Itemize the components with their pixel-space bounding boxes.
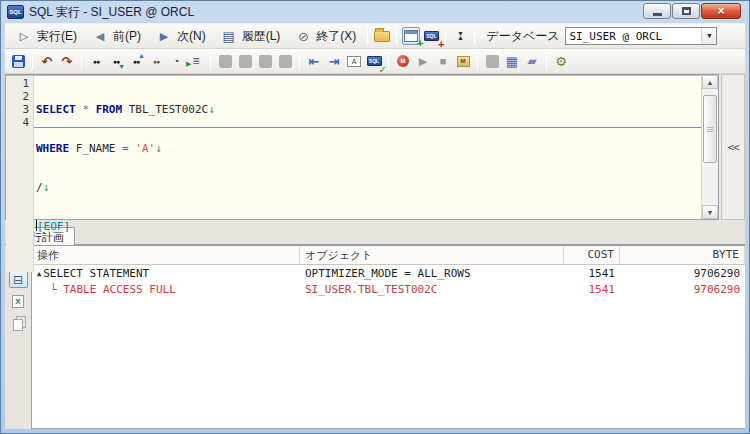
disabled-button xyxy=(276,52,294,70)
title-bar[interactable]: SQL SQL 実行 - SI_USER @ ORCL × xyxy=(5,1,745,23)
save-icon xyxy=(12,55,25,68)
chevron-down-icon[interactable]: ▼ xyxy=(701,28,716,44)
find-button[interactable]: ●● xyxy=(87,52,105,70)
close-button[interactable]: × xyxy=(701,3,741,19)
code-line: /↓ xyxy=(36,181,701,194)
open-file-button[interactable] xyxy=(373,27,391,45)
scrollbar-thumb[interactable] xyxy=(703,95,717,163)
separator xyxy=(32,53,33,70)
redo-button[interactable]: ↷ xyxy=(58,52,76,70)
current-line-indicator xyxy=(34,127,701,128)
edit-toolbar: ↶ ↷ ●● ●●▼ ●●▲ ●● ◔ ≡▶ ⇤ ⇥ A SQL ✓ M ▶ ■… xyxy=(5,49,745,74)
previous-button[interactable]: ◀ 前(P) xyxy=(85,25,147,47)
execution-plan-panel: ▦ ⊟ X 操作 オブジェクト COST BYTE ▲SELECT STATEM… xyxy=(5,245,745,429)
next-label: 次(N) xyxy=(177,28,206,45)
next-icon: ▶ xyxy=(155,27,173,45)
outdent-button[interactable]: ⇤ xyxy=(305,52,323,70)
macro-record-button[interactable]: M xyxy=(394,52,412,70)
disabled-icon xyxy=(239,55,252,68)
export-excel-button[interactable]: X xyxy=(9,293,28,310)
binoculars-icon: ●● xyxy=(153,58,159,65)
collapse-results-button[interactable]: ▼▲ xyxy=(451,27,469,45)
format-sql-button[interactable]: SQL ✓ xyxy=(365,52,383,70)
separator xyxy=(81,53,82,70)
macro-manage-icon: M xyxy=(457,56,470,67)
database-label: データベース xyxy=(486,28,559,45)
next-button[interactable]: ▶ 次(N) xyxy=(149,25,212,47)
macro-manage-button[interactable]: M xyxy=(454,52,472,70)
find-option-icon: ◔ xyxy=(173,55,180,67)
tree-branch-icon: └ xyxy=(50,283,57,296)
execute-icon: ▷ xyxy=(15,27,33,45)
copy-button[interactable] xyxy=(9,315,28,332)
report-icon: ▰ xyxy=(527,54,536,68)
disabled-button xyxy=(256,52,274,70)
cost-value: 1541 xyxy=(564,281,620,297)
previous-icon: ◀ xyxy=(91,27,109,45)
database-select[interactable]: SI_USER @ ORCL ▼ xyxy=(565,27,717,45)
history-label: 履歴(L) xyxy=(242,28,281,45)
plan-row[interactable]: └ TABLE ACCESS FULL SI_USER.TBL_TEST002C… xyxy=(32,281,745,297)
separator xyxy=(210,53,211,70)
app-icon: SQL xyxy=(7,5,24,19)
sql-badge-icon: SQL xyxy=(424,31,439,41)
macro-stop-icon: ■ xyxy=(440,55,447,67)
redo-icon: ↷ xyxy=(62,54,73,69)
binoculars-icon: ●● xyxy=(93,58,99,65)
goto-line-icon: ≡ xyxy=(192,54,199,68)
plan-table: 操作 オブジェクト COST BYTE ▲SELECT STATEMENT OP… xyxy=(31,245,745,429)
line-number: 2 xyxy=(6,90,29,103)
disabled-icon xyxy=(279,55,292,68)
code-line: WHERE F_NAME = 'A'↓ xyxy=(36,142,701,155)
find-previous-button[interactable]: ●●▲ xyxy=(127,52,145,70)
options-button[interactable]: ⚙ xyxy=(552,52,570,70)
quit-button[interactable]: ⊘ 終了(X) xyxy=(288,25,362,47)
report-button[interactable]: ▰ xyxy=(523,52,541,70)
maximize-button[interactable] xyxy=(672,3,700,19)
history-button[interactable]: ▤ 履歴(L) xyxy=(214,25,287,47)
scroll-down-button[interactable]: ▼ xyxy=(702,205,718,219)
maximize-icon xyxy=(682,7,691,15)
scroll-up-button[interactable]: ▲ xyxy=(702,75,718,89)
separator xyxy=(367,28,368,45)
add-sql-button[interactable]: SQL + xyxy=(422,27,440,45)
goto-line-button[interactable]: ≡▶ xyxy=(187,52,205,70)
line-number: 4 xyxy=(6,116,29,129)
special-char-icon: A xyxy=(347,56,361,67)
disabled-button xyxy=(483,52,501,70)
sql-execution-window: SQL SQL 実行 - SI_USER @ ORCL × ▷ 実行(E) ◀ … xyxy=(0,0,750,434)
byte-value: 9706290 xyxy=(620,281,745,297)
history-icon: ▤ xyxy=(220,27,238,45)
open-folder-icon xyxy=(374,31,390,42)
result-grid-button[interactable]: ▦ xyxy=(503,52,521,70)
special-char-button[interactable]: A xyxy=(345,52,363,70)
indent-button[interactable]: ⇥ xyxy=(325,52,343,70)
save-button[interactable] xyxy=(9,52,27,70)
macro-record-icon: M xyxy=(397,55,409,67)
vertical-scrollbar[interactable]: ▲ ▼ xyxy=(701,75,718,219)
undo-button[interactable]: ↶ xyxy=(38,52,56,70)
new-sql-window-button[interactable]: + xyxy=(402,27,420,45)
grid-icon: ▦ xyxy=(506,54,518,69)
line-number: 1 xyxy=(6,77,29,90)
find-next-button[interactable]: ●●▼ xyxy=(107,52,125,70)
disabled-button xyxy=(216,52,234,70)
plan-tree-view-button[interactable]: ⊟ xyxy=(9,271,28,288)
minimize-button[interactable] xyxy=(643,3,671,19)
collapse-side-panel-button[interactable]: << xyxy=(721,74,745,220)
disabled-button xyxy=(236,52,254,70)
minimize-icon xyxy=(653,13,662,16)
find-option-button[interactable]: ◔ xyxy=(167,52,185,70)
code-area[interactable]: SELECT * FROM TBL_TEST002C↓ WHERE F_NAME… xyxy=(34,76,701,272)
execute-button[interactable]: ▷ 実行(E) xyxy=(9,25,83,47)
replace-button[interactable]: ●● xyxy=(147,52,165,70)
code-line: [EOF] xyxy=(36,220,701,233)
macro-stop-button: ■ xyxy=(434,52,452,70)
window-title: SQL 実行 - SI_USER @ ORCL xyxy=(29,4,194,21)
database-value: SI_USER @ ORCL xyxy=(569,30,662,43)
line-number: 3 xyxy=(6,103,29,116)
code-line: SELECT * FROM TBL_TEST002C↓ xyxy=(36,103,701,116)
disabled-icon xyxy=(219,55,232,68)
plus-icon: + xyxy=(438,38,444,50)
fit-panes-icon: ▼▲ xyxy=(457,32,464,40)
